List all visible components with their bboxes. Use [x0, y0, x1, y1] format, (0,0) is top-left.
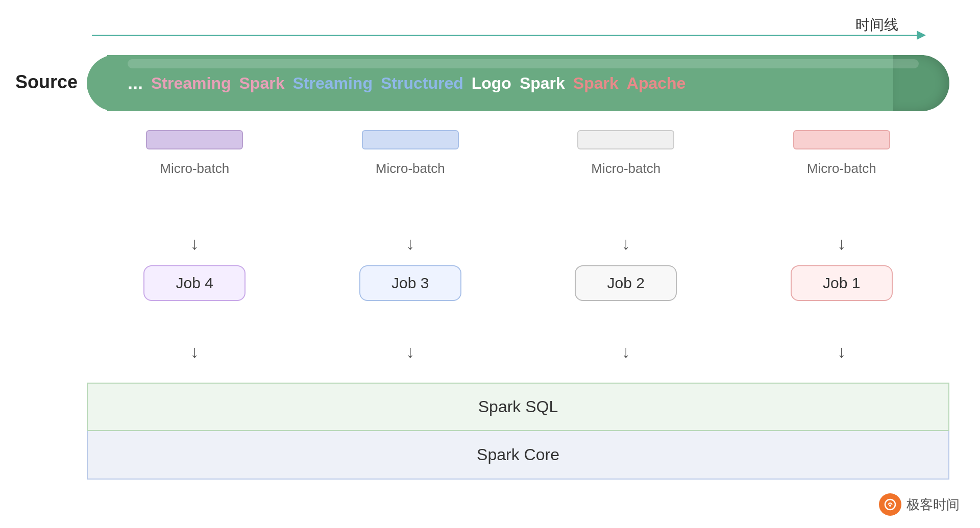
- arrow-down-b1: ↓: [138, 342, 251, 362]
- timeline-label: 时间线: [855, 15, 898, 35]
- spark-sql-layer: Spark SQL: [87, 383, 949, 431]
- watermark-icon: [879, 493, 901, 516]
- watermark-text: 极客时间: [906, 496, 960, 514]
- job-col-3: Job 2: [570, 265, 682, 301]
- spark-core-label: Spark Core: [477, 445, 559, 464]
- job-col-2: Job 3: [354, 265, 467, 301]
- pipe-text-spark1: Spark: [239, 74, 285, 93]
- job-col-1: Job 4: [138, 265, 251, 301]
- microbatch-bar-1: [146, 130, 243, 149]
- microbatch-bar-2: [362, 130, 459, 149]
- job-box-4: Job 4: [143, 265, 246, 301]
- microbatch-col-1: Micro-batch: [138, 130, 251, 177]
- microbatch-label-1: Micro-batch: [160, 161, 229, 177]
- arrow-down-1: ↓: [138, 234, 251, 254]
- pipe-text-spark3: Spark: [573, 74, 619, 93]
- microbatch-bar-3: [577, 130, 674, 149]
- pipe-container: ... Streaming Spark Streaming Structured…: [87, 55, 949, 111]
- job-box-3: Job 3: [359, 265, 461, 301]
- job-label-4: Job 4: [176, 274, 213, 292]
- job-col-4: Job 1: [786, 265, 898, 301]
- svg-point-1: [889, 505, 891, 507]
- watermark: 极客时间: [879, 493, 960, 516]
- pipe-content: ... Streaming Spark Streaming Structured…: [117, 55, 919, 111]
- microbatch-col-2: Micro-batch: [354, 130, 467, 177]
- main-container: 时间线 Source ... Streaming Spark Streaming…: [0, 0, 980, 528]
- pipe-text-structured: Structured: [381, 74, 463, 93]
- arrows-row-bottom: ↓ ↓ ↓ ↓: [87, 342, 949, 362]
- microbatch-label-3: Micro-batch: [591, 161, 660, 177]
- pipe-text-streaming2: Streaming: [292, 74, 372, 93]
- pipe-text-apache: Apache: [627, 74, 686, 93]
- microbatch-label-4: Micro-batch: [807, 161, 876, 177]
- arrow-down-4: ↓: [786, 234, 898, 254]
- arrow-down-2: ↓: [354, 234, 467, 254]
- pipe-text-logo: Logo: [472, 74, 511, 93]
- job-label-2: Job 2: [607, 274, 645, 292]
- arrows-row-top: ↓ ↓ ↓ ↓: [87, 234, 949, 254]
- arrow-down-b3: ↓: [570, 342, 682, 362]
- timeline-line: [92, 35, 919, 36]
- job-box-1: Job 1: [791, 265, 893, 301]
- arrow-down-b2: ↓: [354, 342, 467, 362]
- spark-core-layer: Spark Core: [87, 431, 949, 480]
- job-box-2: Job 2: [575, 265, 677, 301]
- job-label-1: Job 1: [823, 274, 860, 292]
- job-label-3: Job 3: [391, 274, 429, 292]
- pipe-text-streaming1: Streaming: [151, 74, 231, 93]
- spark-sql-label: Spark SQL: [478, 397, 558, 416]
- microbatch-label-2: Micro-batch: [376, 161, 445, 177]
- microbatch-section: Micro-batch Micro-batch Micro-batch Micr…: [87, 130, 949, 212]
- microbatch-col-3: Micro-batch: [570, 130, 682, 177]
- jobs-section: Job 4 Job 3 Job 2 Job 1: [87, 265, 949, 301]
- spark-section: Spark SQL Spark Core: [87, 383, 949, 480]
- source-label: Source: [15, 71, 78, 93]
- microbatch-col-4: Micro-batch: [786, 130, 898, 177]
- pipe-dots: ...: [128, 72, 143, 94]
- microbatch-bar-4: [793, 130, 890, 149]
- arrow-down-b4: ↓: [786, 342, 898, 362]
- pipe-text-spark2: Spark: [520, 74, 565, 93]
- timeline-arrow: [92, 35, 919, 36]
- arrow-down-3: ↓: [570, 234, 682, 254]
